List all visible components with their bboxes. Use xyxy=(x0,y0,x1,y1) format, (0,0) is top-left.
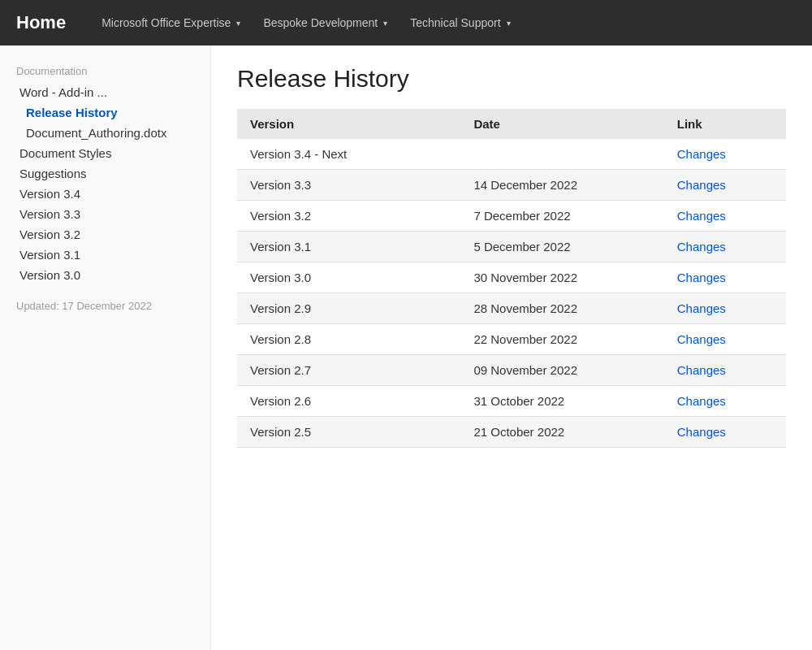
changes-link[interactable]: Changes xyxy=(677,363,726,377)
sidebar-updated: Updated: 17 December 2022 xyxy=(16,300,197,312)
nav-item-ms-office[interactable]: Microsoft Office Expertise ▾ xyxy=(90,0,252,46)
cell-date xyxy=(460,139,663,170)
sidebar-item-version-34[interactable]: Version 3.4 xyxy=(16,184,197,204)
chevron-down-icon: ▾ xyxy=(383,19,387,28)
cell-date: 30 November 2022 xyxy=(460,262,663,293)
sidebar-item-document-authoring[interactable]: Document_Authoring.dotx xyxy=(16,123,197,143)
changes-link[interactable]: Changes xyxy=(677,147,726,161)
sidebar-item-word-addin[interactable]: Word - Add-in ... xyxy=(16,82,197,102)
cell-link: Changes xyxy=(664,170,786,201)
cell-version: Version 2.9 xyxy=(237,293,460,324)
main-content: Release History Version Date Link Versio… xyxy=(211,46,812,650)
nav-item-bespoke-dev[interactable]: Bespoke Development ▾ xyxy=(252,0,399,46)
cell-date: 31 October 2022 xyxy=(460,386,663,417)
chevron-down-icon: ▾ xyxy=(507,19,511,28)
sidebar-section-label: Documentation xyxy=(16,65,197,77)
cell-date: 21 October 2022 xyxy=(460,417,663,448)
cell-link: Changes xyxy=(664,355,786,386)
changes-link[interactable]: Changes xyxy=(677,332,726,346)
changes-link[interactable]: Changes xyxy=(677,240,726,254)
table-row: Version 2.928 November 2022Changes xyxy=(237,293,786,324)
cell-version: Version 2.8 xyxy=(237,324,460,355)
table-header-row: Version Date Link xyxy=(237,109,786,139)
cell-version: Version 3.3 xyxy=(237,170,460,201)
sidebar-item-release-history[interactable]: Release History xyxy=(16,102,197,123)
sidebar-item-version-31[interactable]: Version 3.1 xyxy=(16,245,197,265)
page-layout: Documentation Word - Add-in ... Release … xyxy=(0,46,812,650)
cell-version: Version 3.4 - Next xyxy=(237,139,460,170)
sidebar: Documentation Word - Add-in ... Release … xyxy=(0,46,211,650)
table-row: Version 2.822 November 2022Changes xyxy=(237,324,786,355)
cell-date: 22 November 2022 xyxy=(460,324,663,355)
page-title: Release History xyxy=(237,65,786,93)
table-row: Version 2.709 November 2022Changes xyxy=(237,355,786,386)
nav-ms-office-label: Microsoft Office Expertise xyxy=(102,16,231,29)
navbar: Home Microsoft Office Expertise ▾ Bespok… xyxy=(0,0,812,46)
nav-tech-support-label: Technical Support xyxy=(410,16,500,29)
nav-bespoke-dev-label: Bespoke Development xyxy=(263,16,378,29)
cell-date: 09 November 2022 xyxy=(460,355,663,386)
table-row: Version 3.314 December 2022Changes xyxy=(237,170,786,201)
cell-link: Changes xyxy=(664,139,786,170)
sidebar-item-suggestions[interactable]: Suggestions xyxy=(16,163,197,184)
nav-item-tech-support[interactable]: Technical Support ▾ xyxy=(399,0,521,46)
changes-link[interactable]: Changes xyxy=(677,301,726,315)
col-header-link: Link xyxy=(664,109,786,139)
table-row: Version 3.27 December 2022Changes xyxy=(237,201,786,232)
chevron-down-icon: ▾ xyxy=(236,19,240,28)
table-row: Version 3.4 - NextChanges xyxy=(237,139,786,170)
cell-link: Changes xyxy=(664,262,786,293)
cell-link: Changes xyxy=(664,293,786,324)
table-row: Version 3.030 November 2022Changes xyxy=(237,262,786,293)
sidebar-item-version-30[interactable]: Version 3.0 xyxy=(16,265,197,285)
table-row: Version 3.15 December 2022Changes xyxy=(237,232,786,262)
cell-version: Version 3.2 xyxy=(237,201,460,232)
cell-version: Version 3.0 xyxy=(237,262,460,293)
changes-link[interactable]: Changes xyxy=(677,209,726,223)
changes-link[interactable]: Changes xyxy=(677,178,726,192)
cell-date: 5 December 2022 xyxy=(460,232,663,262)
changes-link[interactable]: Changes xyxy=(677,271,726,284)
cell-link: Changes xyxy=(664,417,786,448)
sidebar-item-version-33[interactable]: Version 3.3 xyxy=(16,204,197,224)
cell-link: Changes xyxy=(664,201,786,232)
table-row: Version 2.631 October 2022Changes xyxy=(237,386,786,417)
changes-link[interactable]: Changes xyxy=(677,394,726,408)
cell-link: Changes xyxy=(664,324,786,355)
col-header-date: Date xyxy=(460,109,663,139)
cell-date: 28 November 2022 xyxy=(460,293,663,324)
cell-version: Version 2.5 xyxy=(237,417,460,448)
cell-version: Version 2.7 xyxy=(237,355,460,386)
cell-version: Version 2.6 xyxy=(237,386,460,417)
sidebar-item-document-styles[interactable]: Document Styles xyxy=(16,143,197,163)
cell-link: Changes xyxy=(664,386,786,417)
col-header-version: Version xyxy=(237,109,460,139)
cell-date: 7 December 2022 xyxy=(460,201,663,232)
nav-home-link[interactable]: Home xyxy=(16,12,66,33)
cell-version: Version 3.1 xyxy=(237,232,460,262)
cell-link: Changes xyxy=(664,232,786,262)
sidebar-item-version-32[interactable]: Version 3.2 xyxy=(16,224,197,245)
cell-date: 14 December 2022 xyxy=(460,170,663,201)
release-history-table: Version Date Link Version 3.4 - NextChan… xyxy=(237,109,786,448)
table-row: Version 2.521 October 2022Changes xyxy=(237,417,786,448)
changes-link[interactable]: Changes xyxy=(677,425,726,439)
